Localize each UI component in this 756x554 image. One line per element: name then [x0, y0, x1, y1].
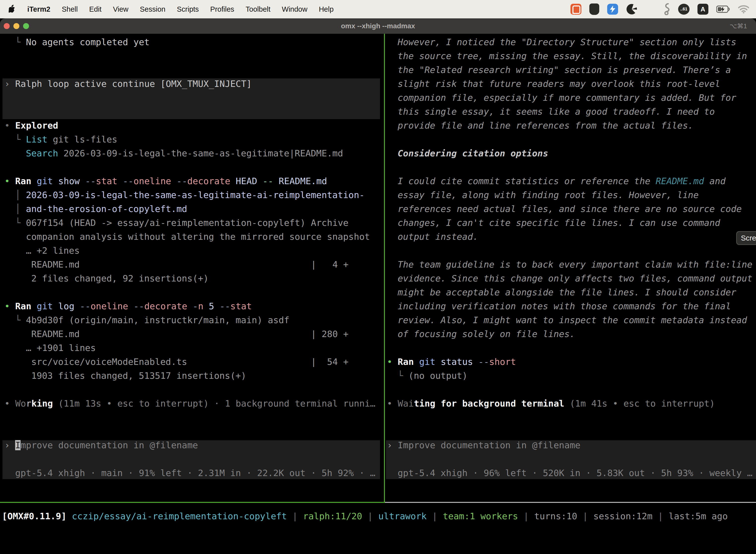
- terminal-line: I could cite commit statistics or refere…: [0, 174, 756, 188]
- terminal-line: references need actual files, and since …: [0, 202, 756, 216]
- battery-percent-text: ..61: [680, 7, 687, 12]
- terminal-line: evidence. Since this change only affects…: [0, 272, 756, 285]
- terminal-line: • Waiting for background terminal (1m 41…: [0, 397, 756, 410]
- terminal-line: review. Also, I might want to inspect th…: [0, 313, 756, 327]
- terminal-line: However, I noticed the "Directory Struct…: [0, 35, 756, 49]
- terminal-line: output instead.: [0, 230, 756, 244]
- menu-item-scripts[interactable]: Scripts: [177, 5, 199, 13]
- screen-edge-tooltip: Scre: [736, 231, 756, 245]
- terminal-line: › Improve documentation in @filename: [0, 438, 756, 452]
- terminal-line: companion file, especially if more comme…: [0, 91, 756, 105]
- window-shortcut-badge: ⌥⌘1: [730, 18, 747, 34]
- battery-percent-badge-icon[interactable]: ..61: [678, 4, 690, 15]
- terminal-line: might be acceptable alongside the file l…: [0, 285, 756, 299]
- menu-item-app[interactable]: iTerm2: [27, 5, 50, 13]
- window-title: omx --xhigh --madmax: [0, 18, 756, 34]
- terminal-line: of focusing solely on file lines.: [0, 327, 756, 341]
- pie-menu-icon[interactable]: [626, 3, 637, 15]
- menubar-status-icons: ..61 A: [570, 3, 756, 15]
- terminal-line: this single essay, it seems like a good …: [0, 105, 756, 119]
- input-source-icon[interactable]: A: [697, 4, 708, 15]
- window-titlebar[interactable]: omx --xhigh --madmax ⌥⌘1: [0, 18, 756, 34]
- input-source-letter: A: [701, 5, 705, 13]
- wifi-icon[interactable]: [738, 5, 749, 13]
- iterm-window: omx --xhigh --madmax ⌥⌘1 └ No agents com…: [0, 18, 756, 548]
- terminal-line: └ (no output): [0, 369, 756, 383]
- tooltip-text: Scre: [741, 234, 756, 242]
- menu-item-profiles[interactable]: Profiles: [210, 5, 234, 13]
- terminal-line: gpt-5.4 xhigh · 96% left · 520K in · 5.8…: [0, 466, 756, 480]
- terminal-line: the "Related research writing" section i…: [0, 63, 756, 77]
- menu-item-help[interactable]: Help: [319, 5, 334, 13]
- menu-item-view[interactable]: View: [113, 5, 128, 13]
- terminal-line: slight risk that future readers may over…: [0, 77, 756, 91]
- bolt-app-icon[interactable]: [607, 4, 618, 15]
- shield-keypad-icon[interactable]: [589, 3, 599, 15]
- menu-item-window[interactable]: Window: [282, 5, 307, 13]
- dots-grid-icon[interactable]: [645, 4, 655, 14]
- menu-item-edit[interactable]: Edit: [89, 5, 102, 13]
- terminal-line: The team guideline is to back every impo…: [0, 258, 756, 272]
- menu-item-toolbelt[interactable]: Toolbelt: [246, 5, 270, 13]
- terminal-line: changes, I can't cite specific file line…: [0, 216, 756, 230]
- menu-item-session[interactable]: Session: [140, 5, 166, 13]
- hook-icon[interactable]: [663, 3, 670, 15]
- menubar-menus: iTerm2 Shell Edit View Session Scripts P…: [0, 5, 334, 14]
- terminal-content: └ No agents completed yet› Ralph loop ac…: [0, 34, 756, 534]
- apple-menu-icon[interactable]: [8, 5, 16, 14]
- terminal-line: • Ran git status --short: [0, 355, 756, 369]
- terminal-line: the source tree, missing the essay. Stil…: [0, 49, 756, 63]
- omx-status-line: [OMX#0.11.9] cczip/essay/ai-reimplementa…: [2, 509, 728, 523]
- screenshot-app-icon[interactable]: [570, 4, 581, 15]
- macos-menubar: iTerm2 Shell Edit View Session Scripts P…: [0, 0, 756, 18]
- terminal-line: essay file, along with finding root file…: [0, 188, 756, 202]
- terminal-line: provide file and line references from th…: [0, 119, 756, 132]
- right-agent-pane[interactable]: However, I noticed the "Directory Struct…: [0, 35, 756, 504]
- terminal-line: Considering citation options: [0, 147, 756, 160]
- terminal-line: including verification notes with those …: [0, 299, 756, 313]
- battery-icon[interactable]: [716, 5, 730, 13]
- menu-item-shell[interactable]: Shell: [62, 5, 78, 13]
